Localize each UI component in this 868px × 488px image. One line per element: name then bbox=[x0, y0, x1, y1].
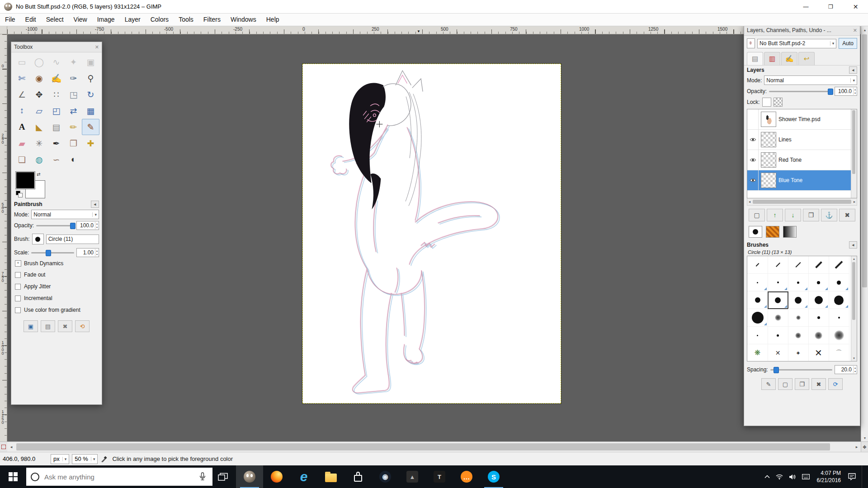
tool-select-by-color[interactable]: ▣ bbox=[82, 54, 99, 70]
brush-item-20[interactable] bbox=[747, 327, 768, 344]
brush-preview-button[interactable] bbox=[32, 234, 44, 244]
tool-flip[interactable]: ⇄ bbox=[65, 103, 82, 119]
taskbar-app-app-game[interactable]: T bbox=[426, 465, 453, 488]
tool-perspective[interactable]: ◰ bbox=[47, 103, 65, 119]
default-colors-icon[interactable] bbox=[16, 191, 22, 197]
taskbar-app-app-tower[interactable]: ▲ bbox=[399, 465, 426, 488]
scroll-down-icon[interactable]: ▾ bbox=[851, 356, 857, 361]
menu-item-colors[interactable]: Colors bbox=[146, 14, 174, 26]
tool-move[interactable]: ✥ bbox=[30, 86, 48, 103]
layer-thumbnail[interactable] bbox=[761, 173, 776, 188]
tool-clone[interactable]: ❐ bbox=[65, 135, 82, 151]
menu-item-windows[interactable]: Windows bbox=[226, 14, 261, 26]
tool-heal[interactable]: ✚ bbox=[82, 135, 99, 151]
scroll-right-icon[interactable]: ▸ bbox=[852, 200, 857, 204]
tab-paths[interactable]: ✍ bbox=[781, 52, 797, 65]
brush-item-28[interactable]: ✕ bbox=[808, 344, 829, 361]
tool-fuzzy-select[interactable]: ✦ bbox=[65, 54, 82, 70]
start-button[interactable] bbox=[0, 465, 26, 488]
menu-item-filters[interactable]: Filters bbox=[198, 14, 226, 26]
checkbox-box[interactable] bbox=[15, 307, 21, 313]
tool-blend[interactable]: ▤ bbox=[47, 119, 65, 135]
scroll-up-icon[interactable]: ▴ bbox=[851, 256, 857, 262]
tab-layers[interactable]: ▤ bbox=[747, 52, 763, 65]
hscroll-thumb[interactable] bbox=[753, 200, 851, 204]
brush-select[interactable]: Circle (11) bbox=[46, 235, 99, 244]
cortana-search-box[interactable] bbox=[26, 468, 212, 486]
tool-perspective-clone[interactable]: ❏ bbox=[13, 151, 31, 168]
layer-opacity-spinbox[interactable]: 100.0 ▴▾ bbox=[835, 87, 857, 96]
collapse-icon[interactable]: ◂ bbox=[849, 66, 857, 74]
tool-paths[interactable]: ✍ bbox=[47, 70, 65, 86]
layer-mode-select[interactable]: Normal ▾ bbox=[764, 75, 857, 85]
tool-bucket-fill[interactable]: ◣ bbox=[30, 119, 48, 135]
taskbar-app-gimp[interactable] bbox=[236, 465, 263, 488]
tool-blur-sharpen[interactable]: ◍ bbox=[30, 151, 48, 168]
delete-brush-button[interactable]: ✖ bbox=[811, 378, 826, 390]
scroll-left-icon[interactable]: ◂ bbox=[747, 200, 752, 204]
navigation-preview-button[interactable]: ✥ bbox=[861, 441, 868, 452]
brush-item-12[interactable] bbox=[788, 291, 809, 309]
duplicate-brush-button[interactable]: ❐ bbox=[795, 378, 809, 390]
canvas-horizontal-scrollbar[interactable]: ◂ ▸ bbox=[7, 441, 861, 452]
tool-scissors-select[interactable]: ✄ bbox=[13, 70, 31, 86]
foreground-color-swatch[interactable] bbox=[16, 172, 35, 189]
brush-item-13[interactable] bbox=[808, 291, 829, 309]
layer-thumbnail[interactable] bbox=[761, 132, 776, 147]
spinner-arrows[interactable]: ▴▾ bbox=[853, 88, 857, 95]
brush-item-3[interactable] bbox=[808, 256, 829, 274]
brush-item-11[interactable] bbox=[768, 291, 788, 309]
layer-row-red-tone[interactable]: Red Tone bbox=[747, 150, 857, 170]
brush-item-22[interactable] bbox=[788, 327, 809, 344]
tool-shear[interactable]: ▱ bbox=[30, 103, 48, 119]
search-input[interactable] bbox=[43, 473, 193, 481]
brush-item-29[interactable]: ⌒ bbox=[829, 344, 849, 361]
new-layer-button[interactable]: ▢ bbox=[749, 209, 765, 221]
brush-item-24[interactable] bbox=[829, 327, 849, 344]
raise-layer-button[interactable]: ↑ bbox=[767, 209, 783, 221]
horizontal-ruler[interactable]: ▼ -1000-750-500-250025050075010001250150… bbox=[7, 26, 861, 34]
menu-item-layer[interactable]: Layer bbox=[120, 14, 146, 26]
brush-dynamics-expander[interactable]: + Brush Dynamics bbox=[11, 258, 102, 269]
tool-scale[interactable]: ↕ bbox=[13, 103, 31, 119]
lock-pixels-toggle[interactable] bbox=[762, 98, 771, 107]
spacing-slider[interactable] bbox=[770, 366, 832, 373]
spinner-arrows[interactable]: ▴▾ bbox=[853, 366, 857, 373]
brush-item-17[interactable] bbox=[788, 309, 809, 327]
brush-item-1[interactable] bbox=[768, 256, 788, 274]
brush-item-0[interactable] bbox=[747, 256, 768, 274]
save-tool-options-button[interactable]: ▣ bbox=[24, 320, 38, 332]
brush-item-21[interactable] bbox=[768, 327, 788, 344]
checkbox-incremental[interactable]: Incremental bbox=[11, 292, 102, 304]
menu-item-edit[interactable]: Edit bbox=[20, 14, 41, 26]
scroll-right-icon[interactable]: ▸ bbox=[853, 442, 861, 452]
brush-item-5[interactable] bbox=[747, 274, 768, 291]
active-pattern-selector[interactable] bbox=[766, 226, 779, 238]
taskbar-clock[interactable]: 4:07 PM 6/21/2016 bbox=[817, 469, 841, 484]
lower-layer-button[interactable]: ↓ bbox=[785, 209, 801, 221]
tool-ellipse-select[interactable]: ◯ bbox=[30, 54, 48, 70]
brush-item-16[interactable] bbox=[768, 309, 788, 327]
brush-item-4[interactable] bbox=[829, 256, 849, 274]
tab-undo-history[interactable]: ↩ bbox=[798, 52, 815, 65]
menu-item-tools[interactable]: Tools bbox=[174, 14, 198, 26]
brush-item-10[interactable] bbox=[747, 291, 768, 309]
brush-item-26[interactable]: ✕ bbox=[768, 344, 788, 361]
show-desktop-button[interactable] bbox=[862, 465, 864, 488]
microphone-icon[interactable] bbox=[197, 472, 208, 482]
hidden-icons-chevron-icon[interactable] bbox=[764, 475, 770, 479]
layer-visibility-eye-icon[interactable] bbox=[747, 170, 759, 190]
collapse-icon[interactable]: ◂ bbox=[91, 201, 99, 208]
brush-item-27[interactable]: ✦ bbox=[788, 344, 809, 361]
scroll-left-icon[interactable]: ◂ bbox=[7, 442, 15, 452]
layer-visibility-toggle[interactable] bbox=[747, 109, 759, 129]
delete-layer-button[interactable]: ✖ bbox=[839, 209, 855, 221]
tool-dodge-burn[interactable]: ◐ bbox=[65, 151, 82, 168]
auto-follow-button[interactable]: Auto bbox=[839, 38, 857, 49]
tool-rectangle-select[interactable]: ▭ bbox=[13, 54, 31, 70]
quick-mask-toggle[interactable] bbox=[0, 441, 7, 452]
active-brush-selector[interactable] bbox=[749, 226, 762, 238]
tool-airbrush[interactable]: ✳ bbox=[30, 135, 48, 151]
horizontal-scroll-thumb[interactable] bbox=[16, 443, 830, 450]
checkbox-box[interactable] bbox=[15, 284, 21, 290]
